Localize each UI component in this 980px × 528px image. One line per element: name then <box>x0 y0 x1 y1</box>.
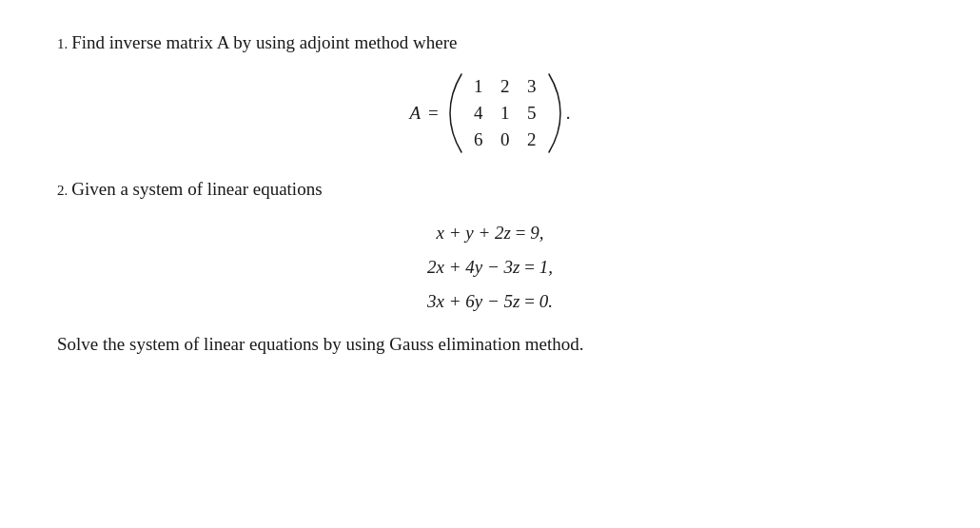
matrix-cell-1-0: 4 <box>468 103 489 124</box>
matrix-expression: A = 1 2 3 4 1 5 6 0 <box>409 72 570 154</box>
matrix-cell-0-1: 2 <box>495 76 516 97</box>
matrix-cell-2-2: 2 <box>521 129 542 150</box>
left-paren-svg <box>448 72 465 154</box>
matrix-wrapper: 1 2 3 4 1 5 6 0 2 <box>448 72 562 154</box>
equations-block: x + y + 2z = 9, 2x + 4y − 3z = 1, 3x + 6… <box>57 216 923 319</box>
problem-2-intro-line: 2. Given a system of linear equations <box>57 175 923 204</box>
matrix-cell-0-2: 3 <box>521 76 542 97</box>
problem-2-intro: Given a system of linear equations <box>71 175 322 204</box>
matrix-cell-1-1: 1 <box>495 103 516 124</box>
problem-1: 1. Find inverse matrix A by using adjoin… <box>57 29 923 154</box>
right-paren-svg <box>545 72 562 154</box>
problem-1-period: . <box>566 103 571 124</box>
equation-1: x + y + 2z = 9, <box>437 216 544 250</box>
problem-1-statement: 1. Find inverse matrix A by using adjoin… <box>57 29 923 57</box>
page-content: 1. Find inverse matrix A by using adjoin… <box>57 29 923 380</box>
problem-1-text: Find inverse matrix A by using adjoint m… <box>71 29 457 57</box>
problem-2-conclusion: Solve the system of linear equations by … <box>57 330 923 359</box>
matrix-grid: 1 2 3 4 1 5 6 0 2 <box>465 73 545 153</box>
matrix-cell-2-0: 6 <box>468 129 489 150</box>
problem-1-number: 1. <box>57 36 68 52</box>
matrix-cell-1-2: 5 <box>521 103 542 124</box>
problem-2: 2. Given a system of linear equations x … <box>57 175 923 359</box>
matrix-equation-block: A = 1 2 3 4 1 5 6 0 <box>57 72 923 154</box>
matrix-eq-sign: = <box>428 103 439 124</box>
problem-2-number: 2. <box>57 183 68 199</box>
matrix-cell-0-0: 1 <box>468 76 489 97</box>
matrix-cell-2-1: 0 <box>495 129 516 150</box>
equation-3: 3x + 6y − 5z = 0. <box>427 284 553 319</box>
matrix-label: A <box>409 103 421 124</box>
equation-2: 2x + 4y − 3z = 1, <box>427 250 553 284</box>
